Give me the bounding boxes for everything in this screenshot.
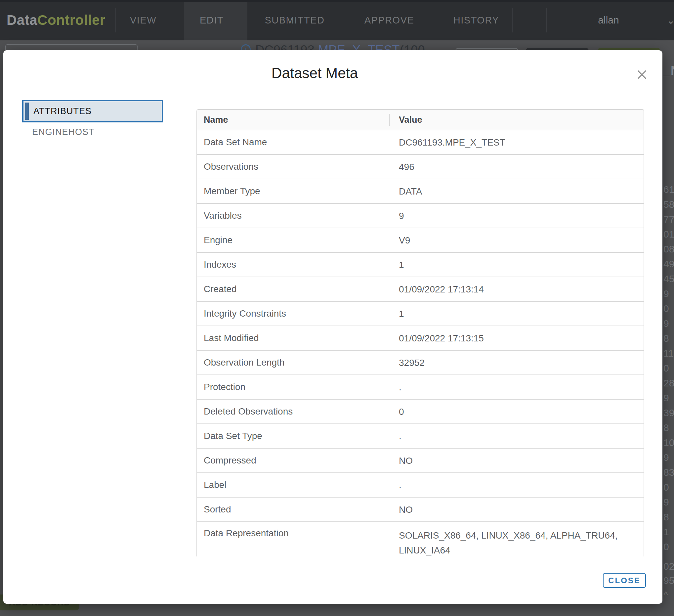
row-value: 9 — [390, 204, 644, 228]
bg-table-fragment: 77 — [663, 214, 674, 225]
table-row: Compressed NO — [197, 448, 644, 473]
row-value: 01/09/2022 17:13:14 — [390, 277, 644, 301]
row-value: 1 — [390, 302, 644, 325]
nav-divider — [512, 8, 513, 32]
row-name: Integrity Constraints — [197, 302, 390, 325]
close-button[interactable]: CLOSE — [603, 573, 646, 588]
row-name: Indexes — [197, 253, 390, 277]
row-value: NO — [390, 448, 644, 473]
row-value: . — [390, 424, 644, 448]
bg-table-fragment: 0 — [663, 482, 669, 493]
row-name: Compressed — [197, 448, 390, 473]
table-row: Engine V9 — [197, 228, 644, 252]
column-header-value: Value — [390, 110, 644, 130]
top-nav: DataController VIEW EDIT SUBMITTED APPRO… — [0, 0, 674, 40]
bg-table-fragment: 8 — [663, 333, 669, 344]
table-row: Sorted NO — [197, 497, 644, 521]
bg-table-fragment: 61 — [663, 184, 674, 195]
bg-table-fragment: 9 — [663, 452, 669, 463]
row-value: 01/09/2022 17:13:15 — [390, 326, 644, 350]
row-value: . — [390, 473, 644, 497]
bg-table-fragment: 01 — [663, 229, 674, 240]
row-value: 0 — [390, 400, 644, 423]
nav-tab-edit[interactable]: EDIT — [200, 0, 224, 40]
column-header-name: Name — [197, 110, 390, 130]
row-name: Observation Length — [197, 351, 390, 375]
row-value: 32952 — [390, 351, 644, 375]
table-row: Observations 496 — [197, 154, 644, 179]
table-row: Protection . — [197, 375, 644, 399]
row-name: Label — [197, 473, 390, 497]
bg-table-fragment: 49 — [663, 259, 674, 270]
row-value: NO — [390, 498, 644, 521]
tab-enginehost[interactable]: ENGINEHOST — [32, 126, 95, 138]
bg-table-fragment: 11 — [663, 348, 674, 359]
row-name: Variables — [197, 204, 390, 228]
table-row: Created 01/09/2022 17:13:14 — [197, 277, 644, 301]
table-row: Data Representation SOLARIS_X86_64, LINU… — [197, 521, 644, 556]
nav-tab-approve[interactable]: APPROVE — [364, 0, 414, 40]
table-row: Last Modified 01/09/2022 17:13:15 — [197, 325, 644, 350]
user-caret-icon[interactable]: ⌄ — [667, 0, 674, 40]
nav-tab-submitted[interactable]: SUBMITTED — [264, 0, 324, 40]
bg-table-fragment: 10 — [663, 437, 674, 448]
user-menu[interactable]: allan — [598, 0, 619, 40]
tab-attributes-label: ATTRIBUTES — [33, 106, 92, 116]
nav-divider — [546, 8, 547, 32]
close-icon[interactable] — [637, 70, 647, 80]
table-row: Variables 9 — [197, 203, 644, 228]
table-row: Data Set Name DC961193.MPE_X_TEST — [197, 130, 644, 154]
table-row: Indexes 1 — [197, 252, 644, 277]
table-row: Integrity Constraints 1 — [197, 301, 644, 325]
bg-table-fragment: 9 — [663, 318, 669, 329]
bg-table-fragment: 58 — [663, 199, 674, 210]
screen: DataController VIEW EDIT SUBMITTED APPRO… — [0, 0, 674, 616]
row-name: Data Representation — [197, 522, 390, 539]
row-name: Member Type — [197, 179, 390, 203]
row-name: Data Set Name — [197, 130, 390, 154]
table-row: Observation Length 32952 — [197, 350, 644, 375]
nav-tab-view[interactable]: VIEW — [130, 0, 156, 40]
table-row: Data Set Type . — [197, 423, 644, 448]
table-row: Member Type DATA — [197, 179, 644, 203]
tab-attributes[interactable]: ATTRIBUTES — [22, 100, 163, 122]
dataset-meta-dialog: Dataset Meta ATTRIBUTES ENGINEHOST Name … — [3, 50, 662, 604]
brand-logo[interactable]: DataController — [7, 0, 106, 40]
row-name: Sorted — [197, 498, 390, 521]
row-value: DC961193.MPE_X_TEST — [390, 130, 644, 154]
nav-tab-history[interactable]: HISTORY — [453, 0, 499, 40]
row-value: V9 — [390, 228, 644, 252]
row-name: Last Modified — [197, 326, 390, 350]
row-value: . — [390, 375, 644, 399]
bg-table-fragment: 9 — [663, 497, 669, 508]
brand-part2: Controller — [37, 12, 106, 28]
bg-table-fragment: 9 — [663, 288, 669, 299]
row-name: Engine — [197, 228, 390, 252]
table-row: Deleted Observations 0 — [197, 399, 644, 423]
row-name: Observations — [197, 155, 390, 179]
row-value: DATA — [390, 179, 644, 203]
bg-table-fragment: 83 — [663, 467, 674, 478]
bg-table-fragment: 39 — [663, 407, 674, 418]
row-value: 496 — [390, 155, 644, 179]
meta-table-body: Data Set Name DC961193.MPE_X_TEST Observ… — [197, 130, 644, 556]
bg-table-fragment: 95 — [663, 575, 674, 586]
bg-table-fragment: ^ — [663, 590, 668, 601]
row-name: Data Set Type — [197, 424, 390, 448]
bg-table-fragment: 02 — [663, 561, 674, 572]
row-name: Created — [197, 277, 390, 301]
bg-table-fragment: 45 — [663, 273, 674, 285]
table-row: Label . — [197, 473, 644, 497]
bg-table-fragment: 1 — [663, 526, 669, 538]
brand-part1: Data — [7, 12, 37, 28]
bg-table-fragment: 28 — [663, 378, 674, 389]
bg-table-fragment: 8 — [663, 422, 669, 433]
row-name: Deleted Observations — [197, 400, 390, 423]
bg-table-fragment: 0 — [663, 363, 669, 374]
meta-table-header: Name Value — [197, 110, 644, 130]
row-value: SOLARIS_X86_64, LINUX_X86_64, ALPHA_TRU6… — [390, 522, 644, 556]
bg-table-fragment: 0 — [663, 541, 669, 552]
bg-table-fragment: 08 — [663, 243, 674, 255]
meta-table: Name Value Data Set Name DC961193.MPE_X_… — [197, 109, 644, 556]
row-value: 1 — [390, 253, 644, 277]
